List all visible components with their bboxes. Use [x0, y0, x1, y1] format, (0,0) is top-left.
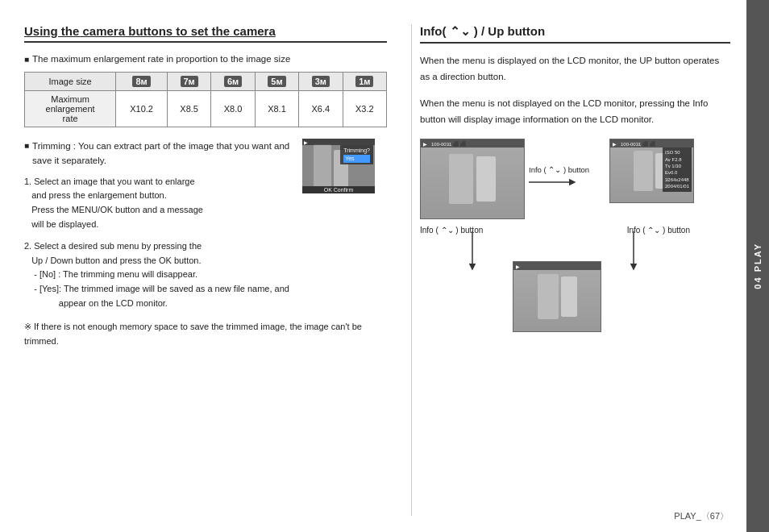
table-header-7m: 7м — [167, 73, 210, 91]
info-line6: 2004/01/01 — [665, 183, 689, 189]
info-line4: Ev0.0 — [665, 169, 689, 176]
table-cell-8m: X10.2 — [116, 91, 168, 127]
image-size-table: Image size 8м 7м 6м 5м 3м 1м Maximumenla… — [24, 72, 387, 127]
ok-bar: OK Confirm — [302, 186, 375, 193]
frame-top-bar-tr: ▶ 100-0031 ⬛ ⬛ — [610, 139, 693, 148]
bullet2: Trimming : You can extract part of the i… — [24, 139, 293, 168]
frame-top-bar-tl: ▶ 100-0031 ⬛ ⬛ — [421, 139, 524, 148]
camera-preview-container: Trimming? Yes ▶ OK Confirm — [302, 139, 387, 231]
figure-tl-r — [476, 156, 496, 202]
info-para2: When the menu is not displayed on the LC… — [420, 96, 730, 127]
table-header-1m: 1м — [343, 73, 386, 91]
menu-overlay: Trimming? Yes — [340, 145, 373, 164]
info-para1: When the menu is displayed on the LCD mo… — [420, 53, 730, 85]
right-title: Info( ⌃⌄ ) / Up button — [420, 24, 730, 44]
frame-couple-tl — [421, 139, 524, 218]
frame-date-tr: 100-0031 ⬛ ⬛ — [621, 141, 655, 147]
table-header-6m: 6м — [211, 73, 255, 91]
arrow-right-svg — [529, 175, 577, 189]
table-header-5m: 5м — [255, 73, 298, 91]
arrow-down-right — [621, 231, 646, 274]
arrow-dl-svg — [460, 231, 484, 272]
table-cell-3m: X6.4 — [299, 91, 343, 127]
table-header-8m: 8м — [116, 73, 168, 91]
sidebar: 04 PLAY — [746, 0, 769, 532]
trimming-text: Trimming : You can extract part of the i… — [24, 139, 293, 231]
arrow-right-label: Info ( ⌃⌄ ) button — [529, 175, 577, 189]
frame-play-icon-tl: ▶ — [423, 141, 427, 147]
frame-top-bar-bot: ▶ — [513, 262, 601, 270]
page-number: PLAY_〈67〉 — [674, 511, 729, 521]
menu-title: Trimming? — [343, 147, 370, 155]
table-cell-5m: X8.1 — [255, 91, 298, 127]
frame-play-icon-tr: ▶ — [613, 141, 617, 147]
info-line5: 3264x2448 — [665, 177, 689, 183]
table-cell-1m: X3.2 — [343, 91, 386, 127]
info-title-text: Info( ⌃⌄ ) / Up button — [420, 24, 545, 38]
camera-frame-top-right: ▶ 100-0031 ⬛ ⬛ ISO 50 Av F2.8 Tv 1/30 Ev… — [609, 139, 694, 203]
table-row-label: Maximumenlargementrate — [25, 91, 116, 127]
figure-tl-l — [449, 154, 473, 204]
diagram-area: ▶ 100-0031 ⬛ ⬛ Info ( ⌃⌄ ) butt — [420, 139, 694, 332]
table-cell-6m: X8.0 — [211, 91, 255, 127]
right-section: Info( ⌃⌄ ) / Up button When the menu is … — [411, 24, 730, 516]
frame-couple-bottom — [513, 262, 601, 331]
table-cell-7m: X8.5 — [167, 91, 210, 127]
frame-date-tl: 100-0031 ⬛ ⬛ — [431, 141, 466, 147]
info-line2: Av F2.8 — [665, 156, 689, 163]
figure-left — [314, 144, 331, 189]
left-section: Using the camera buttons to set the came… — [24, 24, 395, 516]
step1-text: 1. Select an image that you want to enla… — [24, 175, 293, 231]
frame-play-icon-bot: ▶ — [516, 264, 520, 269]
info-line3: Tv 1/30 — [665, 163, 689, 169]
info-line1: ISO 50 — [665, 149, 689, 156]
trimming-section: Trimming : You can extract part of the i… — [24, 139, 387, 231]
camera-preview: Trimming? Yes ▶ OK Confirm — [302, 139, 375, 193]
arrow-down-left — [460, 231, 484, 274]
figure-tr-l — [634, 151, 653, 191]
left-title: Using the camera buttons to set the came… — [24, 24, 387, 43]
camera-frame-bottom: ▶ — [513, 261, 601, 332]
warning-note: ※ If there is not enough memory space to… — [24, 320, 387, 348]
frame-info-overlay: ISO 50 Av F2.8 Tv 1/30 Ev0.0 3264x2448 2… — [663, 148, 692, 191]
arrow-dr-svg — [621, 231, 646, 272]
frame-top-bar: ▶ — [302, 139, 375, 145]
arrow-right-text: Info ( ⌃⌄ ) button — [529, 165, 589, 174]
menu-yes: Yes — [343, 155, 370, 163]
table-header-3m: 3м — [299, 73, 343, 91]
bullet1: The maximum enlargement rate in proporti… — [24, 54, 387, 64]
camera-frame-top-left: ▶ 100-0031 ⬛ ⬛ — [420, 139, 525, 219]
frame-bar-text: ▶ — [304, 139, 308, 145]
table-header-label: Image size — [25, 73, 116, 91]
figure-bot-l — [538, 274, 559, 319]
page-footer: PLAY_〈67〉 — [674, 510, 729, 522]
figure-bot-r — [561, 276, 577, 317]
step2-text: 2. Select a desired sub menu by pressing… — [24, 239, 387, 310]
sidebar-text: 04 PLAY — [753, 243, 763, 289]
